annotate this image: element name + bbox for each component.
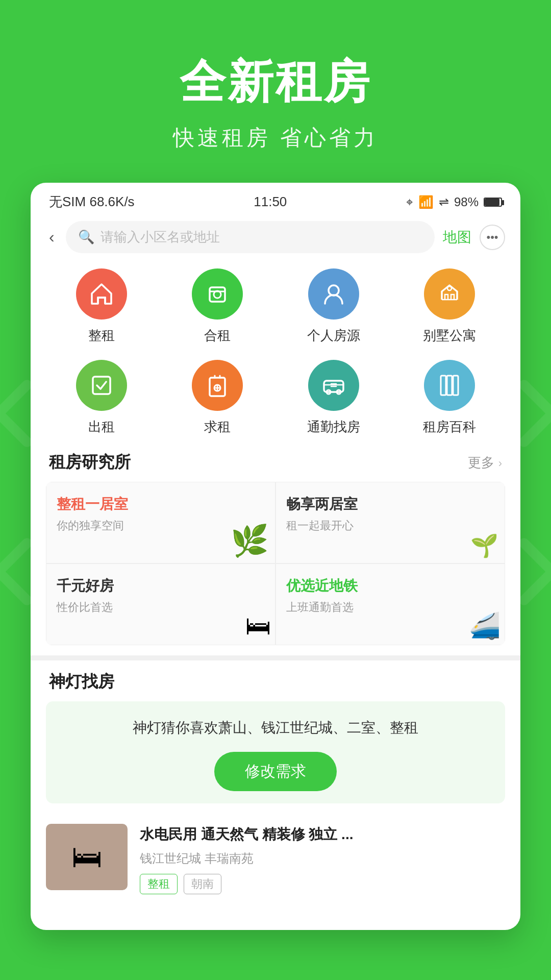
- category-chuzu[interactable]: 出租: [46, 360, 157, 436]
- plant-icon: 🌿: [231, 523, 269, 559]
- battery-icon: [484, 198, 502, 207]
- svg-rect-4: [93, 377, 110, 394]
- chuzu-label: 出租: [88, 418, 115, 436]
- research-cell-1-title: 畅享两居室: [286, 495, 494, 514]
- research-cell-2-title: 千元好房: [57, 576, 265, 596]
- main-title: 全新租房: [0, 51, 551, 113]
- metro-icon: 🚄: [469, 611, 500, 641]
- category-qiuzu[interactable]: 求租: [162, 360, 273, 436]
- listing-thumbnail: 🛏: [46, 824, 128, 890]
- main-subtitle: 快速租房 省心省力: [0, 124, 551, 152]
- research-cell-2[interactable]: 千元好房 性价比首选 🛏: [46, 564, 276, 645]
- bieshu-label: 别墅公寓: [423, 327, 476, 345]
- phone-card: 无SIM 68.6K/s 11:50 ⌖ 📶 ⇌ 98% ‹ 🔍 请输入小区名或…: [31, 183, 520, 930]
- shendeng-section-header: 神灯找房: [31, 666, 520, 701]
- bluetooth-icon: ⌖: [406, 195, 413, 209]
- listing-title: 水电民用 通天然气 精装修 独立 ...: [140, 824, 505, 845]
- baike-icon: [424, 360, 475, 411]
- search-icon: 🔍: [78, 229, 94, 245]
- research-section-header: 租房研究所 更多 ›: [31, 446, 520, 482]
- qiuzu-label: 求租: [204, 418, 231, 436]
- more-button[interactable]: •••: [480, 225, 505, 250]
- geren-icon: [308, 268, 359, 320]
- header-section: 全新租房 快速租房 省心省力: [0, 0, 551, 183]
- bottom-spacer: [31, 910, 520, 930]
- geren-label: 个人房源: [307, 327, 360, 345]
- research-cell-0-title: 整租一居室: [57, 495, 265, 514]
- bed-icon: 🛏: [245, 611, 271, 641]
- listing-card[interactable]: 🛏 水电民用 通天然气 精装修 独立 ... 钱江世纪城 丰瑞南苑 整租 朝南: [31, 814, 520, 910]
- category-hezu[interactable]: 合租: [162, 268, 273, 345]
- category-grid: 整租 合租 个人房源: [31, 263, 520, 446]
- search-placeholder: 请输入小区名或地址: [101, 228, 220, 246]
- svg-rect-0: [210, 287, 225, 302]
- chuzu-icon: [76, 360, 127, 411]
- search-bar: ‹ 🔍 请输入小区名或地址 地图 •••: [31, 216, 520, 263]
- status-icons: ⌖ 📶 ⇌ 98%: [406, 195, 502, 209]
- map-button[interactable]: 地图: [443, 228, 471, 247]
- baike-label: 租房百科: [423, 418, 476, 436]
- listing-tag-1: 朝南: [184, 874, 221, 894]
- category-zhenzu[interactable]: 整租: [46, 268, 157, 345]
- signal-icon: 📶: [418, 195, 434, 209]
- chevron-right-icon: ›: [498, 457, 502, 470]
- status-time: 11:50: [254, 194, 287, 210]
- category-baike[interactable]: 租房百科: [394, 360, 506, 436]
- section-divider: [31, 655, 520, 660]
- research-cell-3[interactable]: 优选近地铁 上班通勤首选 🚄: [276, 564, 505, 645]
- hezu-icon: [192, 268, 243, 320]
- svg-rect-10: [441, 376, 446, 395]
- listing-tag-0: 整租: [140, 874, 178, 894]
- category-tongqin[interactable]: 通勤找房: [278, 360, 389, 436]
- research-cell-1[interactable]: 畅享两居室 租一起最开心 🌱: [276, 482, 505, 564]
- svg-rect-12: [453, 376, 458, 395]
- research-grid: 整租一居室 你的独享空间 🌿 畅享两居室 租一起最开心 🌱 千元好房 性价比首选…: [46, 482, 505, 645]
- listing-info: 水电民用 通天然气 精装修 独立 ... 钱江世纪城 丰瑞南苑 整租 朝南: [140, 824, 505, 894]
- tongqin-icon: [308, 360, 359, 411]
- research-cell-3-subtitle: 上班通勤首选: [286, 600, 494, 615]
- battery-label: 98%: [454, 195, 479, 209]
- listing-tags: 整租 朝南: [140, 874, 505, 894]
- research-cell-2-subtitle: 性价比首选: [57, 600, 265, 615]
- wifi-icon: ⇌: [439, 195, 449, 209]
- modify-requirements-button[interactable]: 修改需求: [214, 752, 337, 791]
- listing-location: 钱江世纪城 丰瑞南苑: [140, 850, 505, 867]
- shendeng-title: 神灯找房: [49, 671, 114, 693]
- svg-rect-11: [447, 376, 452, 395]
- shendeng-guess-text: 神灯猜你喜欢萧山、钱江世纪城、二室、整租: [58, 717, 493, 740]
- page-bottom-space: [0, 930, 551, 971]
- search-input-wrap[interactable]: 🔍 请输入小区名或地址: [66, 221, 435, 253]
- category-bieshu[interactable]: 别墅公寓: [394, 268, 506, 345]
- shendeng-box: 神灯猜你喜欢萧山、钱江世纪城、二室、整租 修改需求: [46, 701, 505, 803]
- research-cell-3-title: 优选近地铁: [286, 576, 494, 596]
- back-button[interactable]: ‹: [46, 225, 58, 250]
- svg-point-3: [447, 286, 452, 290]
- status-carrier: 无SIM 68.6K/s: [49, 193, 135, 211]
- status-bar: 无SIM 68.6K/s 11:50 ⌖ 📶 ⇌ 98%: [31, 183, 520, 216]
- research-more-button[interactable]: 更多 ›: [468, 454, 502, 472]
- zhenzu-icon: [76, 268, 127, 320]
- research-cell-1-subtitle: 租一起最开心: [286, 518, 494, 533]
- research-title: 租房研究所: [49, 451, 131, 474]
- bieshu-icon: [424, 268, 475, 320]
- research-cell-0[interactable]: 整租一居室 你的独享空间 🌿: [46, 482, 276, 564]
- qiuzu-icon: [192, 360, 243, 411]
- zhenzu-label: 整租: [88, 327, 115, 345]
- category-geren[interactable]: 个人房源: [278, 268, 389, 345]
- hezu-label: 合租: [204, 327, 231, 345]
- tongqin-label: 通勤找房: [307, 418, 360, 436]
- small-plant-icon: 🌱: [470, 532, 498, 559]
- svg-point-2: [329, 285, 339, 296]
